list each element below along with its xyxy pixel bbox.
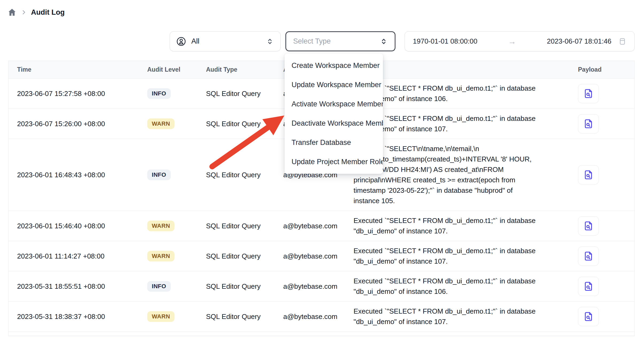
- comment-cell: Executed `"SELECT * FROM db_ui_demo.t1;"…: [354, 211, 577, 241]
- type-filter-dropdown-menu: Create Workspace MemberUpdate Workspace …: [285, 53, 383, 174]
- payload-view-button[interactable]: [578, 165, 599, 184]
- table-row-partial: [9, 332, 634, 336]
- audit-level-badge: WARN: [147, 251, 174, 261]
- header-time: Time: [9, 66, 147, 73]
- audit-level-cell: WARN: [147, 221, 206, 231]
- audit-log-page: Audit Log All Select Type 1970-01-01 08:…: [0, 0, 644, 339]
- user-circle-icon: [176, 37, 186, 46]
- type-menu-item[interactable]: Deactivate Workspace Member: [285, 114, 383, 133]
- audit-type-cell: SQL Editor Query: [206, 171, 283, 179]
- payload-cell: [577, 277, 634, 296]
- audit-type-cell: SQL Editor Query: [206, 90, 283, 98]
- payload-cell: [577, 114, 634, 133]
- header-audit-level: Audit Level: [147, 66, 206, 73]
- audit-level-cell: WARN: [147, 251, 206, 261]
- breadcrumb: Audit Log: [7, 6, 65, 18]
- header-comment: Comment: [354, 66, 577, 73]
- table-row: 2023-05-31 18:55:51 +08:00 INFO SQL Edit…: [9, 271, 634, 302]
- actor-filter-select[interactable]: All: [170, 31, 281, 51]
- time-cell: 2023-06-01 11:14:27 +08:00: [9, 252, 147, 260]
- actor-cell: a@bytebase.com: [283, 282, 354, 291]
- payload-view-button[interactable]: [578, 277, 599, 296]
- comment-cell: Executed `"SELECT * FROM db_ui_demo.t1;"…: [354, 271, 577, 301]
- audit-level-cell: WARN: [147, 311, 206, 322]
- payload-view-button[interactable]: [578, 307, 599, 326]
- chevron-up-down-icon: [266, 37, 274, 45]
- comment-cell: Executed `"SELECT * FROM db_ui_demo.t1;"…: [354, 302, 577, 332]
- payload-cell: [577, 307, 634, 326]
- comment-cell: Executed `"SELECT * FROM db_ui_demo.t1;"…: [354, 109, 577, 139]
- table-row: 2023-06-01 11:14:27 +08:00 WARN SQL Edit…: [9, 241, 634, 271]
- audit-type-cell: SQL Editor Query: [206, 222, 283, 230]
- audit-type-cell: SQL Editor Query: [206, 282, 283, 291]
- type-menu-item[interactable]: Transfer Database: [285, 133, 383, 152]
- audit-level-badge: INFO: [147, 170, 171, 180]
- file-search-icon: [583, 281, 594, 292]
- time-cell: 2023-05-31 18:38:37 +08:00: [9, 313, 147, 321]
- audit-level-badge: WARN: [147, 311, 174, 322]
- time-cell: 2023-06-01 16:48:43 +08:00: [9, 171, 147, 179]
- comment-cell: Executed `"SELECT * FROM db_ui_demo.t1;"…: [354, 241, 577, 271]
- type-menu-item[interactable]: Update Workspace Member: [285, 75, 383, 94]
- calendar-icon: [618, 37, 626, 45]
- file-search-icon: [583, 221, 594, 231]
- header-payload: Payload: [577, 66, 634, 73]
- payload-view-button[interactable]: [578, 246, 599, 266]
- audit-level-badge: WARN: [147, 118, 174, 129]
- audit-type-cell: SQL Editor Query: [206, 120, 283, 128]
- payload-view-button[interactable]: [578, 84, 599, 103]
- chevron-up-down-icon: [380, 37, 388, 45]
- home-icon[interactable]: [7, 8, 17, 17]
- page-title: Audit Log: [31, 8, 65, 17]
- filter-bar: All Select Type 1970-01-01 08:00:00 → 20…: [170, 31, 635, 51]
- audit-level-badge: INFO: [147, 281, 171, 292]
- type-filter-placeholder: Select Type: [293, 37, 331, 45]
- payload-cell: [577, 246, 634, 266]
- payload-cell: [577, 216, 634, 236]
- file-search-icon: [583, 311, 594, 322]
- time-cell: 2023-06-07 15:26:00 +08:00: [9, 120, 147, 128]
- date-range-end: 2023-06-07 18:01:46: [547, 37, 611, 45]
- audit-level-badge: INFO: [147, 88, 171, 99]
- actor-cell: a@bytebase.com: [283, 313, 354, 321]
- file-search-icon: [583, 251, 594, 261]
- file-search-icon: [583, 88, 594, 99]
- audit-level-cell: INFO: [147, 88, 206, 99]
- table-row: 2023-05-31 18:38:37 +08:00 WARN SQL Edit…: [9, 302, 634, 332]
- arrow-right-icon: →: [500, 37, 524, 46]
- file-search-icon: [583, 118, 594, 129]
- actor-filter-value: All: [191, 37, 199, 45]
- file-search-icon: [583, 170, 594, 180]
- chevron-right-icon: [21, 9, 27, 15]
- date-range-start: 1970-01-01 08:00:00: [413, 37, 477, 45]
- type-menu-item[interactable]: Create Workspace Member: [285, 56, 383, 75]
- table-row: 2023-06-01 15:46:40 +08:00 WARN SQL Edit…: [9, 211, 634, 241]
- time-cell: 2023-06-01 15:46:40 +08:00: [9, 222, 147, 230]
- time-cell: 2023-06-07 15:27:58 +08:00: [9, 90, 147, 98]
- payload-cell: [577, 165, 634, 184]
- audit-level-cell: INFO: [147, 170, 206, 180]
- payload-view-button[interactable]: [578, 114, 599, 133]
- actor-cell: a@bytebase.com: [283, 252, 354, 260]
- audit-type-cell: SQL Editor Query: [206, 252, 283, 260]
- comment-cell: Executed `"SELECT\n\tname,\n\temail,\n\t…: [354, 139, 577, 211]
- payload-cell: [577, 84, 634, 103]
- header-audit-type: Audit Type: [206, 66, 283, 73]
- payload-view-button[interactable]: [578, 216, 599, 236]
- audit-level-cell: INFO: [147, 281, 206, 292]
- type-menu-item[interactable]: Activate Workspace Member: [285, 94, 383, 114]
- comment-cell: Executed `"SELECT * FROM db_ui_demo.t1;"…: [354, 79, 577, 109]
- time-cell: 2023-05-31 18:55:51 +08:00: [9, 282, 147, 291]
- actor-cell: a@bytebase.com: [283, 222, 354, 230]
- date-range-picker[interactable]: 1970-01-01 08:00:00 → 2023-06-07 18:01:4…: [405, 31, 635, 51]
- type-menu-item[interactable]: Update Project Member Role: [285, 152, 383, 171]
- audit-type-cell: SQL Editor Query: [206, 313, 283, 321]
- audit-level-badge: WARN: [147, 221, 174, 231]
- audit-level-cell: WARN: [147, 118, 206, 129]
- type-filter-select[interactable]: Select Type: [285, 31, 395, 51]
